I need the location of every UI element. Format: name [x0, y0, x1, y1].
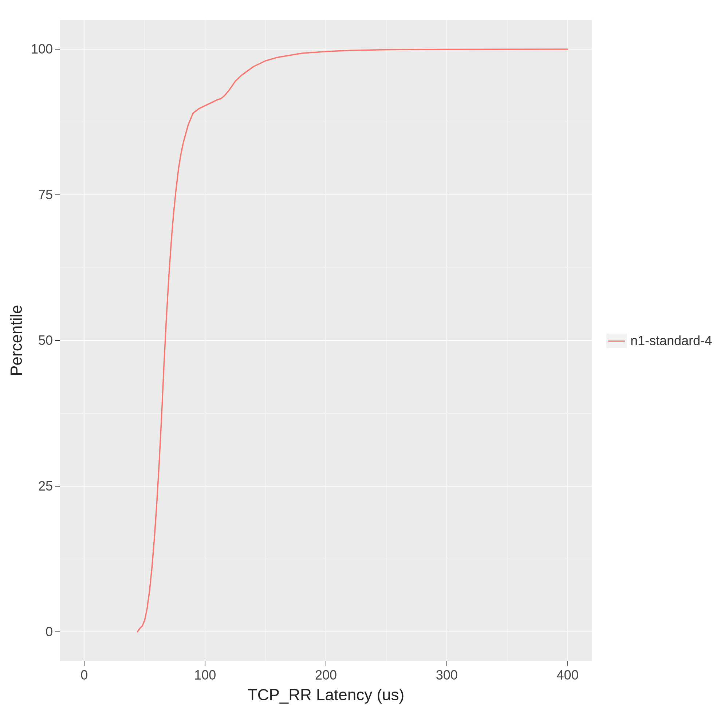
- y-tick-label: 25: [38, 479, 53, 494]
- legend-line-icon: [608, 341, 625, 342]
- y-tick-label: 50: [38, 333, 53, 348]
- y-axis-title: Percentile: [7, 305, 26, 376]
- legend-item: n1-standard-4: [606, 333, 712, 349]
- chart-stage: 01002003004000255075100 TCP_RR Latency (…: [0, 0, 728, 728]
- y-tick-label: 100: [31, 41, 53, 57]
- legend: n1-standard-4: [606, 333, 712, 349]
- x-tick-label: 400: [557, 668, 579, 683]
- x-tick-label: 200: [315, 668, 337, 683]
- x-tick-label: 100: [194, 668, 216, 683]
- x-tick-label: 0: [81, 668, 88, 683]
- series-line: [60, 20, 592, 661]
- x-tick-label: 300: [436, 668, 458, 683]
- legend-swatch: [606, 333, 627, 348]
- y-tick-label: 0: [46, 624, 53, 639]
- y-tick-label: 75: [38, 187, 53, 202]
- legend-label: n1-standard-4: [630, 333, 712, 349]
- x-axis-title: TCP_RR Latency (us): [248, 686, 404, 704]
